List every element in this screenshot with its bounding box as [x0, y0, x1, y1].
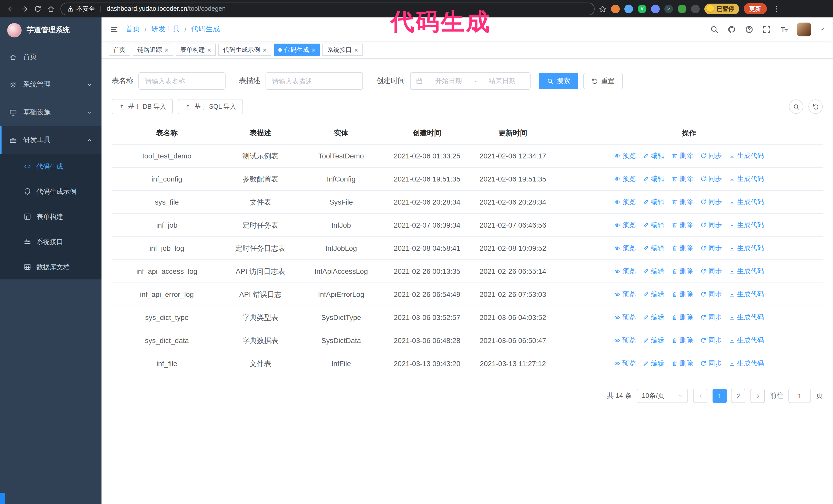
- breadcrumb-item[interactable]: 代码生成: [191, 25, 220, 34]
- page-size-select[interactable]: 10条/页: [637, 389, 688, 403]
- browser-menu-icon[interactable]: ⋮: [771, 4, 782, 13]
- prev-page-button[interactable]: [693, 389, 708, 403]
- action-sync[interactable]: 同步: [700, 289, 722, 299]
- close-icon[interactable]: ×: [165, 46, 168, 53]
- extension-icon[interactable]: [611, 4, 620, 13]
- tab-system-api[interactable]: 系统接口×: [323, 44, 363, 56]
- sidebar-subitem-code-generation[interactable]: 代码生成: [0, 154, 101, 179]
- action-sync[interactable]: 同步: [700, 220, 722, 230]
- close-icon[interactable]: ×: [207, 46, 211, 53]
- date-range-picker[interactable]: 开始日期 - 结束日期: [410, 72, 530, 90]
- action-delete[interactable]: 删除: [671, 289, 693, 299]
- action-generate[interactable]: 生成代码: [729, 174, 764, 184]
- github-icon[interactable]: [728, 25, 736, 33]
- action-preview[interactable]: 预览: [614, 312, 636, 322]
- action-delete[interactable]: 删除: [671, 174, 693, 184]
- extension-icon[interactable]: [691, 4, 700, 13]
- action-delete[interactable]: 删除: [671, 197, 693, 207]
- goto-page-input[interactable]: [788, 389, 811, 403]
- action-edit[interactable]: 编辑: [643, 151, 664, 161]
- back-button[interactable]: [4, 2, 18, 16]
- address-bar[interactable]: 不安全 | dashboard.yudao.iocoder.cn/tool/co…: [61, 2, 595, 15]
- action-preview[interactable]: 预览: [614, 220, 636, 230]
- action-sync[interactable]: 同步: [700, 266, 722, 277]
- action-sync[interactable]: 同步: [700, 151, 722, 161]
- action-generate[interactable]: 生成代码: [729, 266, 764, 277]
- hamburger-icon[interactable]: [110, 25, 118, 33]
- chevron-down-icon[interactable]: [820, 27, 825, 32]
- action-edit[interactable]: 编辑: [643, 358, 664, 369]
- sidebar-subitem-system-api[interactable]: 系统接口: [0, 229, 101, 254]
- tab-codegen-example[interactable]: 代码生成示例×: [218, 44, 271, 56]
- bookmark-star-icon[interactable]: [599, 5, 606, 13]
- sidebar-subitem-form-builder[interactable]: 表单构建: [0, 204, 101, 229]
- tab-codegen[interactable]: 代码生成×: [274, 44, 320, 56]
- breadcrumb-item[interactable]: 首页: [125, 25, 140, 34]
- action-edit[interactable]: 编辑: [643, 335, 664, 345]
- action-edit[interactable]: 编辑: [643, 197, 664, 207]
- action-delete[interactable]: 删除: [671, 312, 693, 322]
- action-sync[interactable]: 同步: [700, 312, 722, 322]
- help-icon[interactable]: [745, 25, 754, 33]
- action-generate[interactable]: 生成代码: [729, 358, 764, 369]
- action-generate[interactable]: 生成代码: [729, 289, 764, 299]
- sidebar-item-home[interactable]: 首页: [0, 43, 101, 71]
- extension-icon[interactable]: [624, 4, 633, 13]
- search-icon[interactable]: [710, 25, 719, 33]
- page-2[interactable]: 2: [731, 389, 745, 403]
- sidebar-item-infra[interactable]: 基础设施: [0, 98, 101, 126]
- action-delete[interactable]: 删除: [671, 358, 693, 369]
- paused-badge[interactable]: 已暂停: [704, 3, 739, 14]
- refresh-table-button[interactable]: [808, 99, 823, 114]
- import-sql-button[interactable]: 基于 SQL 导入: [178, 99, 243, 114]
- action-delete[interactable]: 删除: [671, 220, 693, 230]
- font-size-icon[interactable]: [780, 25, 788, 33]
- action-preview[interactable]: 预览: [614, 197, 636, 207]
- action-preview[interactable]: 预览: [614, 243, 636, 253]
- import-db-button[interactable]: 基于 DB 导入: [112, 99, 173, 114]
- browser-home-button[interactable]: [44, 2, 57, 16]
- sidebar-subitem-db-doc[interactable]: 数据库文档: [0, 254, 101, 280]
- close-icon[interactable]: ×: [312, 46, 315, 53]
- extension-icon[interactable]: V: [638, 4, 646, 13]
- tab-trace[interactable]: 链路追踪×: [133, 44, 173, 56]
- action-sync[interactable]: 同步: [700, 174, 722, 184]
- extension-icon[interactable]: >: [664, 4, 673, 13]
- search-button[interactable]: 搜索: [539, 73, 578, 89]
- action-sync[interactable]: 同步: [700, 197, 722, 207]
- close-icon[interactable]: ×: [355, 46, 358, 53]
- action-generate[interactable]: 生成代码: [729, 220, 764, 230]
- forward-button[interactable]: [18, 2, 31, 16]
- action-sync[interactable]: 同步: [700, 335, 722, 345]
- sidebar-item-system[interactable]: 系统管理: [0, 71, 101, 98]
- close-icon[interactable]: ×: [262, 46, 266, 53]
- table-name-input[interactable]: [138, 72, 225, 90]
- fullscreen-icon[interactable]: [762, 25, 771, 33]
- action-generate[interactable]: 生成代码: [729, 151, 764, 161]
- action-preview[interactable]: 预览: [614, 358, 636, 369]
- reset-button[interactable]: 重置: [584, 73, 623, 89]
- action-delete[interactable]: 删除: [671, 151, 693, 161]
- action-preview[interactable]: 预览: [614, 335, 636, 345]
- page-1[interactable]: 1: [713, 389, 727, 403]
- logo[interactable]: 芋道管理系统: [0, 18, 101, 43]
- breadcrumb-item[interactable]: 研发工具: [151, 25, 180, 34]
- action-edit[interactable]: 编辑: [643, 289, 664, 299]
- action-preview[interactable]: 预览: [614, 174, 636, 184]
- action-sync[interactable]: 同步: [700, 243, 722, 253]
- security-chip[interactable]: 不安全: [67, 4, 95, 13]
- action-delete[interactable]: 删除: [671, 266, 693, 277]
- action-edit[interactable]: 编辑: [643, 220, 664, 230]
- action-generate[interactable]: 生成代码: [729, 243, 764, 253]
- update-button[interactable]: 更新: [743, 3, 767, 14]
- toggle-search-button[interactable]: [789, 99, 803, 114]
- action-edit[interactable]: 编辑: [643, 243, 664, 253]
- action-edit[interactable]: 编辑: [643, 266, 664, 277]
- action-sync[interactable]: 同步: [700, 358, 722, 369]
- action-generate[interactable]: 生成代码: [729, 335, 764, 345]
- action-generate[interactable]: 生成代码: [729, 197, 764, 207]
- extension-icon[interactable]: [651, 4, 660, 13]
- tab-form-builder[interactable]: 表单构建×: [175, 44, 216, 56]
- avatar[interactable]: [797, 22, 811, 36]
- extension-icon[interactable]: [678, 4, 686, 13]
